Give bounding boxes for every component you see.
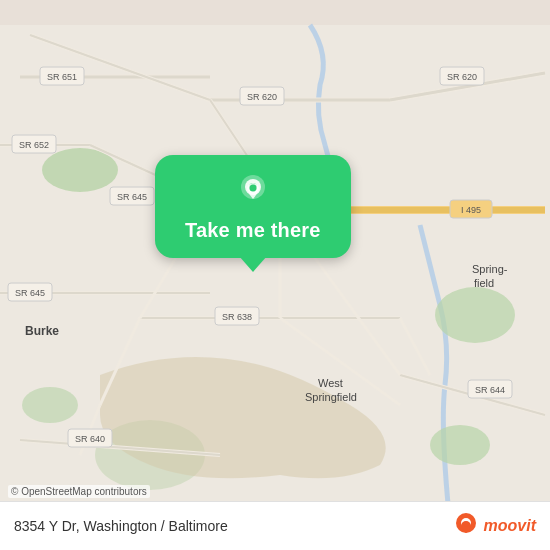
map-container: SR 651 SR 620 SR 620 SR 652 SR 645 SR 64… [0, 0, 550, 550]
map-background: SR 651 SR 620 SR 620 SR 652 SR 645 SR 64… [0, 0, 550, 550]
bottom-bar: 8354 Y Dr, Washington / Baltimore moovit [0, 501, 550, 550]
svg-text:West: West [318, 377, 343, 389]
svg-text:Spring-: Spring- [472, 263, 508, 275]
svg-text:SR 644: SR 644 [475, 385, 505, 395]
moovit-icon [452, 512, 480, 540]
svg-text:SR 640: SR 640 [75, 434, 105, 444]
location-bubble[interactable]: Take me there [155, 155, 351, 258]
svg-text:SR 638: SR 638 [222, 312, 252, 322]
svg-text:SR 645: SR 645 [15, 288, 45, 298]
svg-text:SR 620: SR 620 [247, 92, 277, 102]
svg-text:SR 620: SR 620 [447, 72, 477, 82]
bubble-card[interactable]: Take me there [155, 155, 351, 258]
copyright-text: © OpenStreetMap contributors [8, 485, 150, 498]
svg-point-2 [435, 287, 515, 343]
svg-point-5 [22, 387, 78, 423]
svg-text:I 495: I 495 [461, 205, 481, 215]
svg-text:SR 645: SR 645 [117, 192, 147, 202]
svg-text:Burke: Burke [25, 324, 59, 338]
svg-point-69 [463, 522, 468, 527]
svg-text:Springfield: Springfield [305, 391, 357, 403]
moovit-logo: moovit [452, 512, 536, 540]
moovit-label: moovit [484, 517, 536, 535]
take-me-there-button[interactable]: Take me there [185, 219, 321, 242]
location-pin-icon [234, 173, 272, 211]
svg-text:SR 652: SR 652 [19, 140, 49, 150]
svg-text:SR 651: SR 651 [47, 72, 77, 82]
svg-text:field: field [474, 277, 494, 289]
svg-point-66 [249, 185, 256, 192]
svg-point-3 [430, 425, 490, 465]
address-label: 8354 Y Dr, Washington / Baltimore [14, 518, 228, 534]
